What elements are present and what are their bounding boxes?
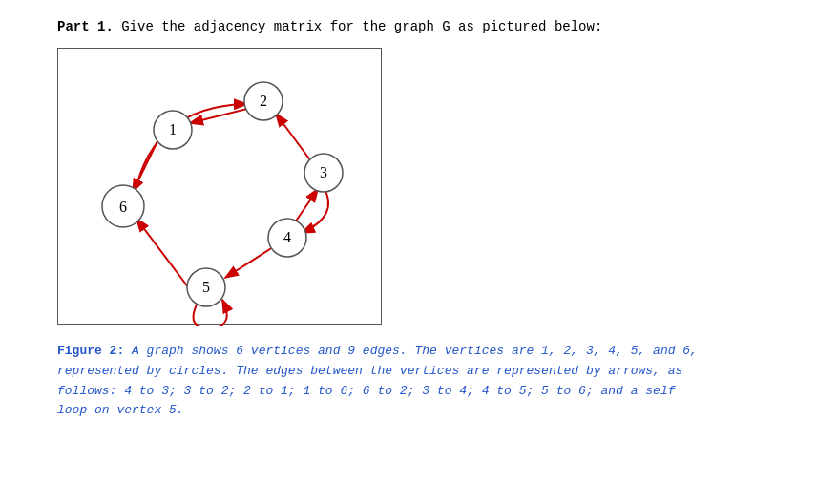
edge-2-1 xyxy=(190,109,247,123)
edge-4-5 xyxy=(225,245,276,278)
edge-4-3 xyxy=(295,189,318,222)
node-1-label: 1 xyxy=(169,121,177,137)
part-label: Part 1. xyxy=(57,19,114,34)
figure-text: A graph shows 6 vertices and 9 edges. Th… xyxy=(57,344,698,417)
figure-label: Figure 2: xyxy=(57,344,124,358)
node-6-label: 6 xyxy=(119,199,127,215)
node-2-label: 2 xyxy=(260,93,267,109)
edge-6-2 xyxy=(135,104,247,194)
part-description: Give the adjacency matrix for the graph … xyxy=(114,19,602,34)
edge-5-6 xyxy=(136,219,192,292)
graph-svg: 1 2 3 4 5 6 xyxy=(58,49,383,326)
figure-caption: Figure 2: A graph shows 6 vertices and 9… xyxy=(57,342,706,421)
graph-diagram: 1 2 3 4 5 6 xyxy=(57,48,382,325)
node-5-label: 5 xyxy=(202,279,210,295)
edge-3-2 xyxy=(276,114,311,161)
part-header: Part 1. Give the adjacency matrix for th… xyxy=(57,19,760,34)
node-3-label: 3 xyxy=(320,164,327,180)
node-4-label: 4 xyxy=(283,229,291,245)
